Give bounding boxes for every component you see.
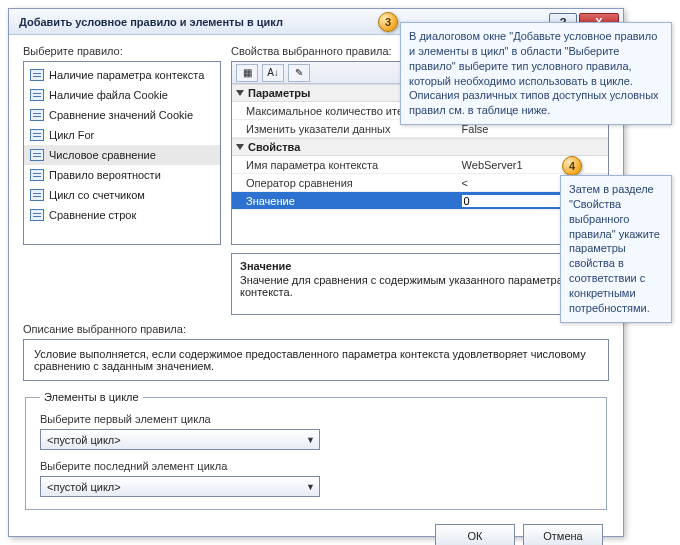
pg-section-title: Параметры bbox=[248, 87, 310, 99]
dialog-button-row: ОК Отмена bbox=[23, 524, 609, 545]
rule-list[interactable]: Наличие параметра контекста Наличие файл… bbox=[23, 61, 221, 245]
pg-row[interactable]: Значение bbox=[232, 192, 608, 210]
rule-icon bbox=[30, 209, 44, 221]
property-help-title: Значение bbox=[240, 260, 600, 272]
rule-item-label: Цикл со счетчиком bbox=[49, 189, 145, 201]
az-sort-icon: A↓ bbox=[267, 67, 279, 78]
pg-property-pages-button[interactable]: ✎ bbox=[288, 64, 310, 82]
pg-row[interactable]: Имя параметра контекста WebServer1 bbox=[232, 156, 608, 174]
loop-elements-group: Элементы в цикле Выберите первый элемент… bbox=[25, 391, 607, 510]
chevron-down-icon: ▼ bbox=[306, 435, 315, 445]
rule-list-label: Выберите правило: bbox=[23, 45, 221, 57]
combo-value: <пустой цикл> bbox=[47, 434, 121, 446]
pg-alphabetical-button[interactable]: A↓ bbox=[262, 64, 284, 82]
collapse-icon bbox=[236, 90, 244, 96]
pg-categorized-button[interactable]: ▦ bbox=[236, 64, 258, 82]
properties-icon: ✎ bbox=[295, 67, 303, 78]
pg-prop-name: Значение bbox=[232, 195, 458, 207]
rule-item[interactable]: Цикл For bbox=[24, 125, 220, 145]
last-element-combo[interactable]: <пустой цикл> ▼ bbox=[40, 476, 320, 497]
rule-icon bbox=[30, 149, 44, 161]
rule-item-label: Наличие параметра контекста bbox=[49, 69, 204, 81]
rule-icon bbox=[30, 169, 44, 181]
annotation-callout-4: Затем в разделе "Свойства выбранного пра… bbox=[560, 175, 672, 323]
rule-item-label: Правило вероятности bbox=[49, 169, 161, 181]
rule-item[interactable]: Числовое сравнение bbox=[24, 145, 220, 165]
annotation-callout-3: В диалоговом окне "Добавьте условное пра… bbox=[400, 22, 672, 125]
pg-section-title: Свойства bbox=[248, 141, 300, 153]
last-element-label: Выберите последний элемент цикла bbox=[40, 460, 592, 472]
rule-icon bbox=[30, 109, 44, 121]
rule-icon bbox=[30, 129, 44, 141]
rule-item[interactable]: Правило вероятности bbox=[24, 165, 220, 185]
rule-item-label: Сравнение строк bbox=[49, 209, 136, 221]
property-help-box: Значение Значение для сравнения с содерж… bbox=[231, 253, 609, 315]
dialog-title: Добавить условное правило и элементы в ц… bbox=[19, 16, 283, 28]
cancel-button[interactable]: Отмена bbox=[523, 524, 603, 545]
grid-icon: ▦ bbox=[243, 67, 252, 78]
collapse-icon bbox=[236, 144, 244, 150]
combo-value: <пустой цикл> bbox=[47, 481, 121, 493]
pg-section-props[interactable]: Свойства bbox=[232, 138, 608, 156]
pg-prop-value[interactable]: WebServer1 bbox=[458, 159, 608, 171]
annotation-badge-4: 4 bbox=[562, 156, 582, 176]
rule-item[interactable]: Наличие файла Cookie bbox=[24, 85, 220, 105]
rule-description-label: Описание выбранного правила: bbox=[23, 323, 609, 335]
pg-prop-name: Оператор сравнения bbox=[232, 177, 458, 189]
rule-description-text: Условие выполняется, если содержимое пре… bbox=[34, 348, 598, 372]
rule-description-box: Условие выполняется, если содержимое пре… bbox=[23, 339, 609, 381]
property-help-text: Значение для сравнения с содержимым указ… bbox=[240, 274, 600, 298]
loop-legend: Элементы в цикле bbox=[40, 391, 143, 403]
rule-icon bbox=[30, 189, 44, 201]
rule-item-label: Сравнение значений Cookie bbox=[49, 109, 193, 121]
rule-item-label: Числовое сравнение bbox=[49, 149, 156, 161]
annotation-badge-3: 3 bbox=[378, 12, 398, 32]
rule-icon bbox=[30, 69, 44, 81]
rule-icon bbox=[30, 89, 44, 101]
rule-item[interactable]: Сравнение строк bbox=[24, 205, 220, 225]
ok-button[interactable]: ОК bbox=[435, 524, 515, 545]
rule-item-label: Наличие файла Cookie bbox=[49, 89, 168, 101]
pg-prop-name: Имя параметра контекста bbox=[232, 159, 458, 171]
rule-item[interactable]: Сравнение значений Cookie bbox=[24, 105, 220, 125]
first-element-combo[interactable]: <пустой цикл> ▼ bbox=[40, 429, 320, 450]
pg-row[interactable]: Оператор сравнения < bbox=[232, 174, 608, 192]
rule-item[interactable]: Наличие параметра контекста bbox=[24, 65, 220, 85]
chevron-down-icon: ▼ bbox=[306, 482, 315, 492]
rule-item-label: Цикл For bbox=[49, 129, 94, 141]
first-element-label: Выберите первый элемент цикла bbox=[40, 413, 592, 425]
rule-item[interactable]: Цикл со счетчиком bbox=[24, 185, 220, 205]
